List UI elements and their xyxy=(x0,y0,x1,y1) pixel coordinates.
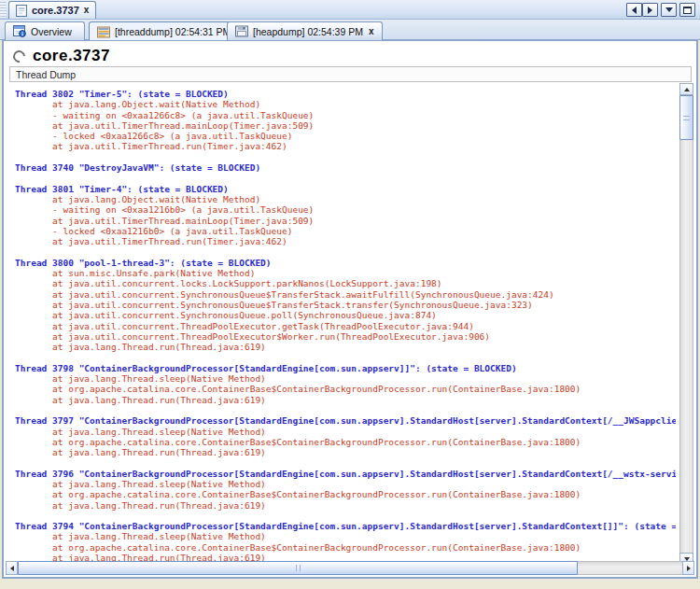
stack-trace-line: at java.util.TimerThread.mainLoop(Timer.… xyxy=(15,120,676,131)
doc-tab-core-3737[interactable]: core.3737 x xyxy=(8,1,96,19)
section-header-label: Thread Dump xyxy=(16,69,76,80)
stack-trace-line: at java.lang.Object.wait(Native Method) xyxy=(15,99,676,109)
vertical-scrollbar[interactable] xyxy=(679,83,693,565)
vertical-scrollbar-thumb[interactable] xyxy=(679,95,693,140)
thread-block: Thread 3740 "DestroyJavaVM": (state = BL… xyxy=(15,162,676,173)
stack-trace-line: at java.lang.Object.wait(Native Method) xyxy=(15,194,676,204)
stack-trace-line: at java.util.concurrent.SynchronousQueue… xyxy=(15,300,676,310)
horizontal-scrollbar-thumb[interactable] xyxy=(18,561,578,575)
stack-trace-line: at java.lang.Thread.run(Thread.java:619) xyxy=(15,447,676,457)
thread-header-line: Thread 3794 "ContainerBackgroundProcesso… xyxy=(15,521,676,531)
stack-trace-line: at java.util.concurrent.ThreadPoolExecut… xyxy=(15,331,676,342)
thread-header-line: Thread 3798 "ContainerBackgroundProcesso… xyxy=(15,363,676,373)
heapdump-icon xyxy=(235,25,248,37)
stack-trace-line: - waiting on <0xaa1216b0> (a java.util.T… xyxy=(15,204,676,215)
view-tab-bar: Overview[threaddump] 02:54:31 PMx[heapdu… xyxy=(0,20,700,40)
stack-trace-line: - locked <0xaa1216b0> (a java.util.TaskQ… xyxy=(15,226,676,236)
stack-trace-line: at java.util.TimerThread.run(Timer.java:… xyxy=(15,236,676,246)
thread-header-line: Thread 3796 "ContainerBackgroundProcesso… xyxy=(15,469,676,479)
document-icon xyxy=(15,5,28,17)
thread-block: Thread 3802 "Timer-5": (state = BLOCKED)… xyxy=(15,89,676,152)
thread-block: Thread 3798 "ContainerBackgroundProcesso… xyxy=(15,363,676,405)
scroll-tabs-left-button[interactable] xyxy=(626,3,642,17)
progress-spinner-icon xyxy=(10,48,27,64)
stack-trace-line: at java.lang.Thread.sleep(Native Method) xyxy=(15,427,676,437)
thread-block: Thread 3794 "ContainerBackgroundProcesso… xyxy=(15,521,676,563)
scroll-left-button[interactable] xyxy=(6,561,18,575)
thread-dump-viewport: Thread 3802 "Timer-5": (state = BLOCKED)… xyxy=(6,84,676,565)
stack-trace-line: at java.lang.Thread.sleep(Native Method) xyxy=(15,479,676,489)
page-title: core.3737 xyxy=(33,47,110,65)
tab-label: Overview xyxy=(31,26,72,37)
stack-trace-line: at java.util.concurrent.ThreadPoolExecut… xyxy=(15,321,676,331)
status-strip xyxy=(0,580,700,589)
stack-trace-line: - waiting on <0xaa1266c8> (a java.util.T… xyxy=(15,110,676,120)
stack-trace-line: at java.util.TimerThread.run(Timer.java:… xyxy=(15,141,676,151)
overview-icon xyxy=(13,25,26,37)
stack-trace-line: at java.util.concurrent.locks.LockSuppor… xyxy=(15,278,676,288)
thread-header-line: Thread 3800 "pool-1-thread-3": (state = … xyxy=(15,258,676,268)
stack-trace-line: at java.util.TimerThread.mainLoop(Timer.… xyxy=(15,216,676,226)
thread-block: Thread 3797 "ContainerBackgroundProcesso… xyxy=(15,415,676,457)
thread-header-line: Thread 3801 "Timer-4": (state = BLOCKED) xyxy=(15,184,676,194)
stack-trace-line: at org.apache.catalina.core.ContainerBas… xyxy=(15,542,676,553)
thread-block: Thread 3800 "pool-1-thread-3": (state = … xyxy=(15,258,676,353)
tab-label: [threaddump] 02:54:31 PM xyxy=(115,26,231,37)
stack-trace-line: at java.lang.Thread.sleep(Native Method) xyxy=(15,373,676,384)
threaddump-icon xyxy=(97,26,110,38)
scroll-tabs-right-button[interactable] xyxy=(642,3,658,17)
stack-trace-line: at java.lang.Thread.sleep(Native Method) xyxy=(15,531,676,541)
section-header-thread-dump[interactable]: Thread Dump xyxy=(9,66,692,82)
stack-trace-line: at org.apache.catalina.core.ContainerBas… xyxy=(15,489,676,499)
doc-tab-close-icon[interactable]: x xyxy=(83,6,91,15)
stack-trace-line: - locked <0xaa1266c8> (a java.util.TaskQ… xyxy=(15,131,676,141)
thread-block: Thread 3801 "Timer-4": (state = BLOCKED)… xyxy=(15,184,676,247)
stack-trace-line: at java.util.concurrent.SynchronousQueue… xyxy=(15,289,676,300)
stack-trace-line: at org.apache.catalina.core.ContainerBas… xyxy=(15,384,676,394)
document-tab-bar: core.3737 x xyxy=(0,0,700,20)
tab-close-icon[interactable]: x xyxy=(368,27,375,36)
visualvm-window: core.3737 x Overview[threaddump] 02:54:3… xyxy=(0,0,700,589)
tab-list-dropdown-button[interactable] xyxy=(661,3,677,17)
thread-block: Thread 3796 "ContainerBackgroundProcesso… xyxy=(15,469,676,511)
stack-trace-line: at java.lang.Thread.run(Thread.java:619) xyxy=(15,342,676,352)
scroll-right-button[interactable] xyxy=(682,561,694,575)
tab-overview[interactable]: Overview xyxy=(5,21,85,40)
window-tab-controls xyxy=(626,3,695,17)
title-row: core.3737 xyxy=(13,47,110,65)
doc-tab-label: core.3737 xyxy=(32,5,79,16)
stack-trace-line: at java.util.concurrent.SynchronousQueue… xyxy=(15,310,676,320)
stack-trace-line: at java.lang.Thread.run(Thread.java:619) xyxy=(15,500,676,511)
content-panel: core.3737 Thread Dump Thread 3802 "Timer… xyxy=(2,40,698,579)
stack-trace-line: at sun.misc.Unsafe.park(Native Method) xyxy=(15,268,676,278)
tab-bar-grip xyxy=(0,2,7,18)
scroll-up-button[interactable] xyxy=(679,83,693,95)
thread-header-line: Thread 3797 "ContainerBackgroundProcesso… xyxy=(15,415,676,426)
thread-header-line: Thread 3740 "DestroyJavaVM": (state = BL… xyxy=(15,162,676,173)
stack-trace-line: at org.apache.catalina.core.ContainerBas… xyxy=(15,437,676,447)
tab-label: [heapdump] 02:54:39 PM xyxy=(253,26,363,37)
maximize-button[interactable] xyxy=(679,3,695,17)
horizontal-scrollbar[interactable] xyxy=(6,561,694,575)
tab-heapdump[interactable]: [heapdump] 02:54:39 PMx xyxy=(227,21,383,40)
thread-dump-text: Thread 3802 "Timer-5": (state = BLOCKED)… xyxy=(6,84,676,563)
stack-trace-line: at java.lang.Thread.run(Thread.java:619) xyxy=(15,395,676,405)
thread-header-line: Thread 3802 "Timer-5": (state = BLOCKED) xyxy=(15,89,676,99)
